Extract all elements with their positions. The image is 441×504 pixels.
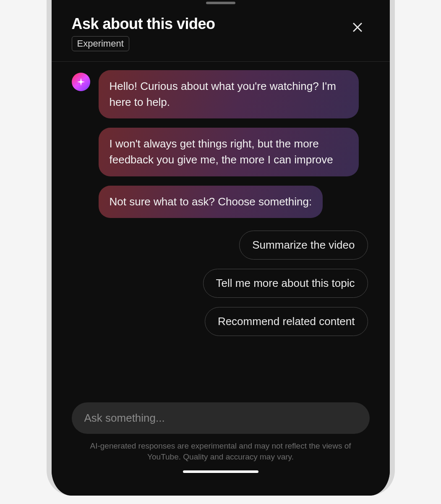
- chat-area: Hello! Curious about what you're watchin…: [52, 62, 390, 394]
- assistant-message: Not sure what to ask? Choose something:: [99, 186, 323, 218]
- suggestion-chip-topic[interactable]: Tell me more about this topic: [203, 269, 368, 298]
- close-button[interactable]: [345, 15, 370, 42]
- close-icon: [350, 20, 365, 34]
- suggestion-chips: Summarize the video Tell me more about t…: [72, 231, 370, 336]
- suggestion-chip-summarize[interactable]: Summarize the video: [239, 231, 368, 260]
- ask-input[interactable]: [72, 402, 370, 434]
- sparkle-icon: [76, 77, 86, 87]
- input-zone: AI-generated responses are experimental …: [52, 394, 390, 496]
- panel-title: Ask about this video: [72, 15, 345, 33]
- phone-side-button: [393, 29, 395, 59]
- assistant-message: Hello! Curious about what you're watchin…: [99, 70, 359, 118]
- disclaimer-text: AI-generated responses are experimental …: [72, 441, 370, 463]
- assistant-message-row: Not sure what to ask? Choose something:: [72, 186, 370, 218]
- experiment-badge: Experiment: [72, 36, 129, 51]
- assistant-message-row: Hello! Curious about what you're watchin…: [72, 70, 370, 118]
- suggestion-chip-recommend[interactable]: Recommend related content: [205, 307, 368, 336]
- assistant-avatar: [72, 73, 90, 91]
- panel-header: Ask about this video Experiment: [52, 4, 390, 55]
- home-indicator[interactable]: [183, 470, 258, 473]
- screen: Ask about this video Experiment Hello! C…: [52, 0, 390, 496]
- assistant-message: I won't always get things right, but the…: [99, 128, 359, 176]
- phone-frame: Ask about this video Experiment Hello! C…: [47, 0, 395, 496]
- title-block: Ask about this video Experiment: [72, 15, 345, 51]
- assistant-message-row: I won't always get things right, but the…: [72, 128, 370, 176]
